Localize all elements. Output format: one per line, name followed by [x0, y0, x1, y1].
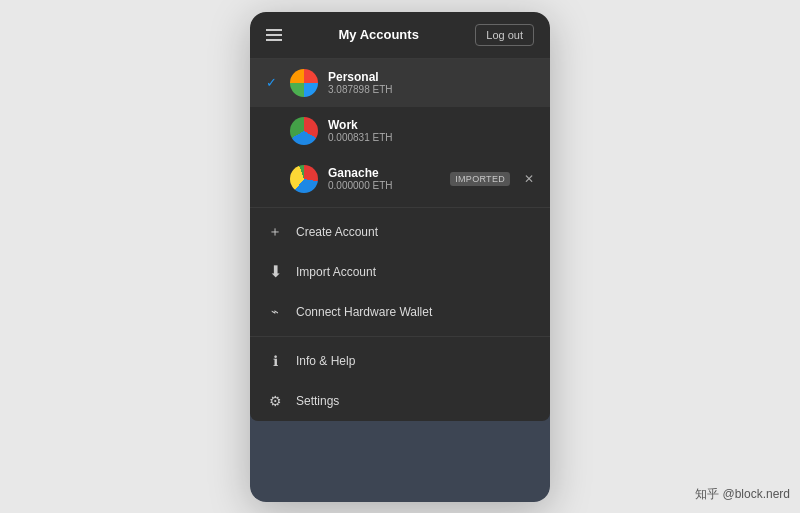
- account-avatar-ganache: [290, 165, 318, 193]
- info-help-item[interactable]: ℹ Info & Help: [250, 341, 550, 381]
- my-accounts-title: My Accounts: [338, 27, 418, 42]
- account-item-personal[interactable]: ✓ Personal 3.087898 ETH: [250, 59, 550, 107]
- hamburger-menu-icon[interactable]: [266, 29, 282, 41]
- account-name-personal: Personal: [328, 70, 534, 84]
- account-item-work[interactable]: ✓ Work 0.000831 ETH: [250, 107, 550, 155]
- divider-1: [250, 207, 550, 208]
- account-item-ganache[interactable]: ✓ Ganache 0.000000 ETH IMPORTED ✕: [250, 155, 550, 203]
- divider-2: [250, 336, 550, 337]
- connect-hardware-item[interactable]: ⌁ Connect Hardware Wallet: [250, 292, 550, 332]
- account-balance-personal: 3.087898 ETH: [328, 84, 534, 95]
- account-avatar-work: [290, 117, 318, 145]
- hamburger-line-3: [266, 39, 282, 41]
- phone-container: Main Ethereum Network ▼ ◆ 3.087 ETH SEND…: [250, 12, 550, 502]
- create-account-label: Create Account: [296, 225, 378, 239]
- import-account-label: Import Account: [296, 265, 376, 279]
- plus-icon: ＋: [266, 223, 284, 241]
- accounts-dropdown: My Accounts Log out ✓ Personal 3.087898 …: [250, 12, 550, 421]
- import-icon: ⬇: [266, 263, 284, 281]
- account-info-personal: Personal 3.087898 ETH: [328, 70, 534, 95]
- connect-hardware-label: Connect Hardware Wallet: [296, 305, 432, 319]
- info-icon: ℹ: [266, 352, 284, 370]
- import-account-item[interactable]: ⬇ Import Account: [250, 252, 550, 292]
- imported-badge: IMPORTED: [450, 172, 510, 186]
- account-name-work: Work: [328, 118, 534, 132]
- dropdown-header: My Accounts Log out: [250, 12, 550, 59]
- account-balance-ganache: 0.000000 ETH: [328, 180, 440, 191]
- active-check-icon: ✓: [266, 75, 280, 90]
- account-name-ganache: Ganache: [328, 166, 440, 180]
- remove-ganache-button[interactable]: ✕: [524, 172, 534, 186]
- hamburger-line-1: [266, 29, 282, 31]
- account-info-ganache: Ganache 0.000000 ETH: [328, 166, 440, 191]
- settings-icon: ⚙: [266, 392, 284, 410]
- account-balance-work: 0.000831 ETH: [328, 132, 534, 143]
- info-help-label: Info & Help: [296, 354, 355, 368]
- logout-button[interactable]: Log out: [475, 24, 534, 46]
- hamburger-line-2: [266, 34, 282, 36]
- hardware-wallet-icon: ⌁: [266, 303, 284, 321]
- account-info-work: Work 0.000831 ETH: [328, 118, 534, 143]
- account-avatar-personal: [290, 69, 318, 97]
- watermark: 知乎 @block.nerd: [695, 486, 790, 503]
- create-account-item[interactable]: ＋ Create Account: [250, 212, 550, 252]
- settings-item[interactable]: ⚙ Settings: [250, 381, 550, 421]
- settings-label: Settings: [296, 394, 339, 408]
